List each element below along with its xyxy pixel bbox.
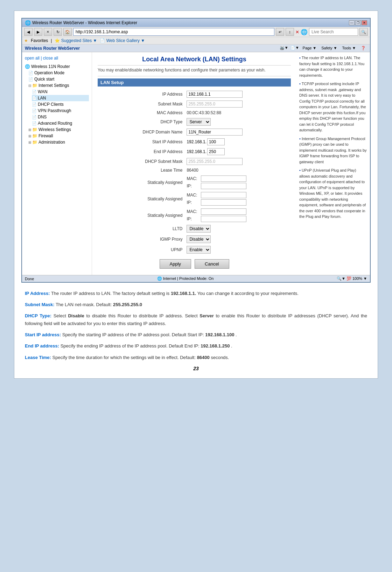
tools-menu[interactable]: Tools ▼ — [341, 46, 357, 51]
ie-logo: 🌐 — [301, 29, 308, 35]
doc-text-dhcp2: to disable this Router to distribute IP … — [86, 313, 200, 318]
favorites-label[interactable]: Favorites — [31, 38, 48, 43]
input-end-ip-last[interactable] — [207, 148, 225, 155]
info-panel: The router IP address to LAN. The factor… — [296, 52, 370, 275]
sidebar-item-firewall[interactable]: ⊞ 📁 Firewall — [28, 133, 89, 139]
sidebar-item-vpn[interactable]: 📄 VPN Passthrough — [32, 108, 89, 114]
input-ip-3[interactable] — [201, 216, 246, 222]
label-dhcp-domain: DHCP Domain Name — [98, 127, 184, 137]
input-mac-1[interactable] — [201, 175, 246, 182]
web-slice-link[interactable]: 📄 Web Slice Gallery ▼ — [100, 38, 145, 43]
label-static-1: Statically Assigned — [98, 174, 184, 191]
static-assigned-1: MAC: IP: — [187, 175, 289, 189]
input-dhcp-subnet[interactable] — [187, 158, 243, 165]
go-button[interactable]: ↵ — [276, 28, 284, 36]
info-bullet-4: UPnP (Universal Plug and Play) allows au… — [299, 167, 367, 220]
page-icon-routing: 📄 — [32, 121, 37, 126]
divider1: | — [51, 38, 52, 43]
input-mac-2[interactable] — [201, 192, 246, 198]
sidebar-item-advanced-routing[interactable]: 📄 Advanced Routing — [32, 120, 89, 126]
sidebar-item-internet-settings[interactable]: ⊟ 📁 Internet Settings — [28, 82, 89, 89]
main-panel: Local Area Network (LAN) Settings You ma… — [92, 52, 296, 275]
row-end-ip: End IP Address 192.168.1. — [98, 147, 291, 157]
doc-label-lease: Lease Time: — [25, 355, 51, 360]
back-button[interactable]: ◀ — [24, 28, 33, 36]
status-middle: 🌐 Internet | Protected Mode: On — [157, 276, 214, 281]
input-subnet-mask[interactable] — [187, 101, 243, 108]
refresh-button[interactable]: ↻ — [54, 28, 62, 36]
doc-text-ip: The router IP address to LAN. The factor… — [51, 291, 171, 296]
home-button[interactable]: 🏠 — [63, 28, 72, 36]
row-static-1: Statically Assigned MAC: IP: — [98, 174, 291, 191]
doc-para-endip: End IP address: Specify the ending IP ad… — [25, 342, 367, 350]
minimize-button[interactable]: — — [349, 20, 355, 25]
star-icon: ★ — [24, 38, 28, 43]
ip-label-3: IP: — [187, 216, 199, 221]
sidebar-item-operation-mode[interactable]: 📄 Operation Mode — [28, 70, 89, 76]
label-static-3: Statically Assigned — [98, 207, 184, 223]
cancel-button[interactable]: Cancel — [195, 259, 229, 269]
sidebar-item-quick-start[interactable]: 📄 Quick start — [28, 76, 89, 82]
doc-text-startip: Specify the starting IP address of the I… — [62, 332, 205, 337]
sidebar-item-router[interactable]: 🌐 Wireless 11N Router — [25, 63, 89, 70]
refresh2-button[interactable]: ↕ — [286, 28, 294, 36]
browser-menubar: Wireless Router WebServer 🖨️▼ 📄▼ Page ▼ … — [22, 44, 370, 52]
browser-toolbar: ◀ ▶ ✕ ↻ 🏠 ↵ ↕ ✕ 🌐 🔍 — [22, 27, 370, 37]
safety-menu2[interactable]: Safety ▼ — [320, 46, 338, 51]
close-all-link[interactable]: close all — [43, 56, 58, 61]
window-controls[interactable]: — ❐ ✕ — [349, 20, 367, 25]
sidebar-item-dns[interactable]: 📄 DNS — [32, 114, 89, 120]
doc-para-subnet: Subnet Mask: The LAN net-mask. Default: … — [25, 301, 367, 309]
safety-menu[interactable]: Page ▼ — [301, 46, 318, 51]
address-bar[interactable] — [73, 28, 274, 36]
suggested-sites-link[interactable]: ⭐ Suggested Sites ▼ — [55, 38, 97, 43]
mac-label-3: MAC: — [187, 209, 199, 214]
input-mac-3[interactable] — [201, 208, 246, 215]
search-go-button[interactable]: 🔍 — [359, 28, 368, 36]
sidebar-item-dhcp-clients[interactable]: 📄 DHCP Clients — [32, 101, 89, 108]
search-input[interactable] — [309, 28, 358, 36]
value-lease-time: 86400 — [187, 168, 198, 173]
status-bar: Done 🌐 Internet | Protected Mode: On 🔍▼ … — [22, 275, 370, 282]
input-ip-1[interactable] — [201, 183, 246, 189]
restore-button[interactable]: ❐ — [355, 20, 361, 25]
mac-label-2: MAC: — [187, 193, 199, 198]
select-dhcp-type[interactable]: Disable Server — [187, 118, 211, 126]
value-mac-address: 00:0C:43:30:52:88 — [187, 110, 221, 115]
sidebar-item-wan[interactable]: 📄 WAN — [32, 89, 89, 95]
close-button[interactable]: ✕ — [362, 20, 367, 25]
row-dhcp-domain: DHCP Domain Name — [98, 127, 291, 137]
button-row: Apply Cancel — [98, 259, 291, 271]
doc-label-ip: IP Address: — [25, 291, 50, 296]
apply-button[interactable]: Apply — [160, 259, 191, 269]
row-lltd: LLTD Disable Enable — [98, 223, 291, 234]
sidebar-item-wireless-settings[interactable]: ⊞ 📁 Wireless Settings — [28, 126, 89, 133]
browser-content: open all | close all 🌐 Wireless 11N Rout… — [22, 52, 370, 275]
label-lease-time: Lease Time — [98, 166, 184, 174]
help-icon[interactable]: ❓ — [359, 46, 367, 51]
page-icon: 📄▼ — [290, 46, 299, 51]
input-dhcp-domain[interactable] — [187, 129, 243, 136]
forward-button[interactable]: ▶ — [34, 28, 42, 36]
start-ip-prefix: 192.168.1. — [187, 139, 206, 144]
doc-rest-endip: . — [231, 343, 232, 349]
doc-text-lease: Specify the time duration for which the … — [52, 355, 197, 360]
stop-button[interactable]: ✕ — [44, 28, 52, 36]
doc-bold-server: Server — [200, 313, 214, 318]
input-start-ip-last[interactable] — [207, 138, 225, 145]
select-igmp[interactable]: Disable Enable — [187, 235, 211, 243]
sidebar-item-lan[interactable]: 📄 LAN — [32, 95, 89, 101]
input-ip-2[interactable] — [201, 199, 246, 206]
zoom-level[interactable]: 💯 100% ▼ — [346, 276, 367, 281]
select-upnp[interactable]: Disable Enable — [187, 246, 211, 254]
doc-bold-subnet: 255.255.255.0 — [113, 302, 142, 307]
select-lltd[interactable]: Disable Enable — [187, 225, 211, 233]
sidebar-item-firewall-label: Firewall — [38, 133, 53, 138]
sidebar-item-administration[interactable]: ⊞ 📁 Administration — [28, 139, 89, 145]
input-ip-address[interactable] — [187, 91, 243, 98]
sidebar-top-links: open all | close all — [25, 56, 89, 61]
printer-icon: 🖨️▼ — [280, 46, 288, 51]
doc-rest-ip: You can change it according to your requ… — [197, 291, 299, 296]
sidebar: open all | close all 🌐 Wireless 11N Rout… — [22, 52, 92, 275]
open-all-link[interactable]: open all — [25, 56, 40, 61]
